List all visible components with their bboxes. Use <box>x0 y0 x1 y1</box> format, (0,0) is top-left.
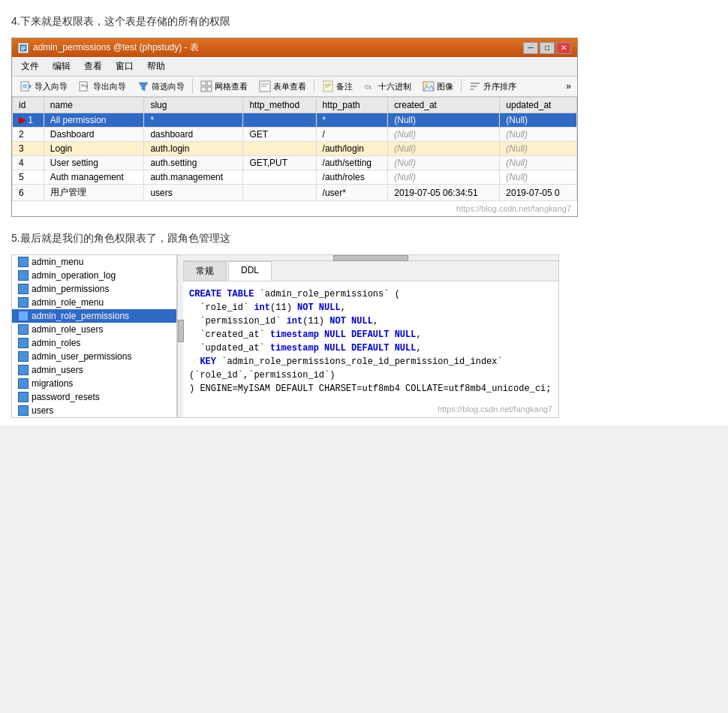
left-scroll-thumb[interactable] <box>178 320 184 342</box>
cell-updated-at: (Null) <box>500 128 577 142</box>
menu-file[interactable]: 文件 <box>15 59 45 74</box>
tab-regular[interactable]: 常规 <box>183 261 227 281</box>
col-updated-at[interactable]: updated_at <box>500 98 577 113</box>
hex-btn[interactable]: 0x 十六进制 <box>359 78 417 95</box>
cell-created-at: 2019-07-05 06:34:51 <box>388 185 500 201</box>
titlebar-left: admin_permissions @test (phpstudy) - 表 <box>18 41 199 54</box>
sidebar-item-password-resets[interactable]: password_resets <box>12 390 176 404</box>
section5-title: 5.最后就是我们的角色权限表了，跟角色管理这 <box>11 232 717 245</box>
row-indicator: ▶ <box>19 115 26 125</box>
svg-rect-3 <box>21 50 24 50</box>
cell-http-method: GET <box>243 128 316 142</box>
separator2 <box>314 79 314 94</box>
cell-name: All permission <box>44 113 144 128</box>
scrollbar-thumb[interactable] <box>333 255 408 261</box>
table-icon <box>18 297 29 308</box>
ddl-line7: ) ENGINE=MyISAM DEFAULT CHARSET=utf8mb4 … <box>189 382 552 396</box>
tab-ddl[interactable]: DDL <box>228 261 272 281</box>
scrollbar-area[interactable] <box>183 255 558 261</box>
import-icon <box>20 80 32 92</box>
cell-created-at: (Null) <box>388 142 500 156</box>
grid-label: 网格查看 <box>215 81 248 92</box>
form-label: 表单查看 <box>273 81 306 92</box>
table-row[interactable]: 3 Login auth.login /auth/login (Null) (N… <box>13 142 577 156</box>
sidebar-item-admin-role-users[interactable]: admin_role_users <box>12 323 176 336</box>
cell-id: 2 <box>13 128 44 142</box>
sidebar-item-migrations[interactable]: migrations <box>12 377 176 390</box>
menu-view[interactable]: 查看 <box>78 59 108 74</box>
table-row[interactable]: 6 用户管理 users /user* 2019-07-05 06:34:51 … <box>13 185 577 201</box>
sidebar-item-users[interactable]: users <box>12 404 176 417</box>
sidebar-item-admin-role-permissions[interactable]: admin_role_permissions <box>12 309 176 323</box>
sidebar-item-admin-menu[interactable]: admin_menu <box>12 255 176 269</box>
table-row[interactable]: 2 Dashboard dashboard GET / (Null) (Null… <box>13 128 577 142</box>
table-row[interactable]: 4 User setting auth.setting GET,PUT /aut… <box>13 156 577 170</box>
sidebar-item-admin-operation-log[interactable]: admin_operation_log <box>12 269 176 282</box>
close-button[interactable]: ✕ <box>556 42 571 54</box>
cell-id: 5 <box>13 170 44 185</box>
section5-container: admin_menu admin_operation_log admin_per… <box>11 254 559 418</box>
export-btn[interactable]: 导出向导 <box>74 78 131 95</box>
note-label: 备注 <box>336 81 353 92</box>
table-icon <box>18 284 29 294</box>
separator1 <box>192 79 193 94</box>
cell-http-method <box>243 142 316 156</box>
sidebar-item-admin-user-permissions[interactable]: admin_user_permissions <box>12 350 176 363</box>
filter-btn[interactable]: 筛选向导 <box>132 78 190 95</box>
maximize-button[interactable]: □ <box>540 42 555 54</box>
cell-updated-at: (Null) <box>500 113 577 128</box>
main-panel: 常规 DDL CREATE TABLE `admin_role_permissi… <box>183 255 558 417</box>
sidebar-label: users <box>32 405 53 416</box>
form-btn[interactable]: 表单查看 <box>254 78 311 95</box>
sidebar-item-admin-users[interactable]: admin_users <box>12 363 176 377</box>
sort-btn[interactable]: 升序排序 <box>464 78 522 95</box>
filter-label: 筛选向导 <box>152 81 185 92</box>
table-icon <box>18 365 29 375</box>
sidebar-label: admin_operation_log <box>32 270 116 281</box>
col-name[interactable]: name <box>44 98 144 113</box>
hex-label: 十六进制 <box>378 81 411 92</box>
table-icon <box>18 351 29 362</box>
sidebar-item-admin-role-menu[interactable]: admin_role_menu <box>12 296 176 309</box>
col-id[interactable]: id <box>13 98 44 113</box>
note-btn[interactable]: 备注 <box>317 78 358 95</box>
grid-btn[interactable]: 网格查看 <box>195 78 253 95</box>
menu-help[interactable]: 帮助 <box>141 59 171 74</box>
import-btn[interactable]: 导入向导 <box>15 78 73 95</box>
permissions-table: id name slug http_method http_path creat… <box>12 97 577 201</box>
cell-created-at: (Null) <box>388 128 500 142</box>
left-scrollbar[interactable] <box>177 255 183 417</box>
cell-slug: auth.login <box>144 142 243 156</box>
menu-bar: 文件 编辑 查看 窗口 帮助 <box>12 57 577 77</box>
toolbar-expand[interactable]: » <box>563 80 574 93</box>
sidebar-label: admin_user_permissions <box>32 351 131 362</box>
form-icon <box>259 80 271 92</box>
sidebar-item-admin-permissions[interactable]: admin_permissions <box>12 282 176 296</box>
window-titlebar: admin_permissions @test (phpstudy) - 表 ─… <box>12 38 577 57</box>
export-label: 导出向导 <box>93 81 126 92</box>
cell-created-at: (Null) <box>388 113 500 128</box>
image-btn[interactable]: 图像 <box>417 78 459 95</box>
col-http-path[interactable]: http_path <box>316 98 388 113</box>
col-slug[interactable]: slug <box>144 98 243 113</box>
cell-http-path: /auth/login <box>316 142 388 156</box>
table-icon <box>18 378 29 389</box>
table-icon <box>18 270 29 281</box>
table-row[interactable]: ▶ 1 All permission * * (Null) (Null) <box>13 113 577 128</box>
cell-id: 6 <box>13 185 44 201</box>
cell-id: ▶ 1 <box>13 113 44 128</box>
table-row[interactable]: 5 Auth management auth.management /auth/… <box>13 170 577 185</box>
col-created-at[interactable]: created_at <box>388 98 500 113</box>
cell-http-method <box>243 185 316 201</box>
note-icon <box>322 80 334 92</box>
menu-edit[interactable]: 编辑 <box>47 59 77 74</box>
col-http-method[interactable]: http_method <box>243 98 316 113</box>
cell-slug: auth.setting <box>144 156 243 170</box>
data-table-container[interactable]: id name slug http_method http_path creat… <box>12 97 577 201</box>
sidebar-item-admin-roles[interactable]: admin_roles <box>12 336 176 350</box>
menu-window[interactable]: 窗口 <box>110 59 140 74</box>
cell-name: 用户管理 <box>44 185 144 201</box>
tab-bar: 常规 DDL <box>183 261 558 281</box>
minimize-button[interactable]: ─ <box>523 42 538 54</box>
filter-icon <box>137 80 149 92</box>
